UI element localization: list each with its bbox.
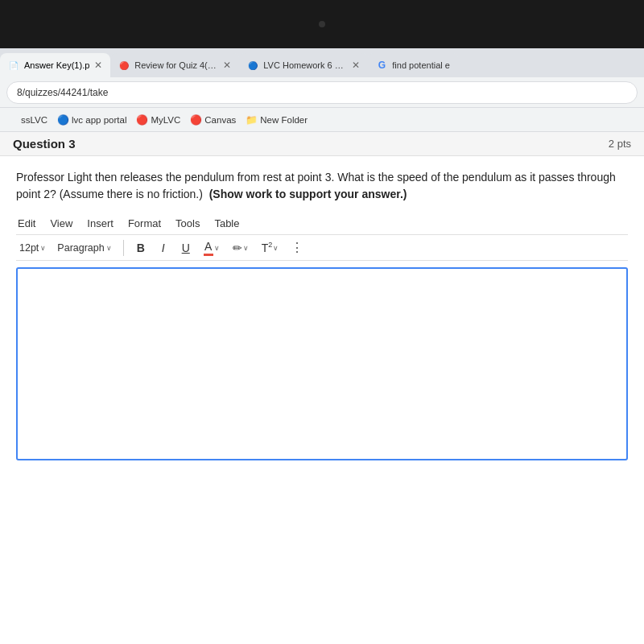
tab-review-quiz[interactable]: 🔴 Review for Quiz 4(1).docx: Gen ✕ [110,53,239,77]
address-bar-row: 8/quizzes/44241/take [0,77,644,108]
font-size-value: 12pt [19,242,39,254]
bookmark-lvc-portal[interactable]: 🔵 lvc app portal [57,114,126,126]
menu-tools[interactable]: Tools [175,217,200,229]
bookmark-label-folder: New Folder [260,115,308,125]
question-pts: 2 pts [609,138,631,150]
font-color-button[interactable]: A ∨ [200,239,224,257]
tab-favicon-1: 📄 [8,60,19,71]
question-title: Question 3 [13,137,76,151]
tab-google[interactable]: G find potential e [368,53,458,77]
question-text-bold: (Show work to support your answer.) [209,188,407,200]
italic-button[interactable]: I [155,239,172,257]
bold-label: B [137,242,145,254]
menu-view[interactable]: View [50,217,72,229]
tab-close-2[interactable]: ✕ [223,60,231,71]
tab-label-1: Answer Key(1).p [24,60,89,70]
bookmarks-bar: ssLVC 🔵 lvc app portal 🔴 MyLVC 🔴 Canvas … [0,108,644,132]
more-options-button[interactable]: ⋮ [287,238,307,257]
bookmark-label-canvas: Canvas [204,115,236,125]
superscript-label: T2 [262,241,273,254]
text-editor[interactable] [16,267,628,460]
menu-format[interactable]: Format [128,217,161,229]
editor-toolbar: 12pt ∨ Paragraph ∨ B I U A [16,234,628,261]
font-color-inner: A ∨ [204,240,220,256]
color-a-bar [204,254,213,256]
address-text: 8/quizzes/44241/take [17,87,108,98]
highlight-inner: ✏ ∨ [233,242,249,254]
color-a-container: A [204,240,213,256]
bookmark-canvas[interactable]: 🔴 Canvas [190,114,236,126]
tab-close-1[interactable]: ✕ [94,60,102,71]
italic-label: I [162,242,165,254]
bookmark-new-folder[interactable]: 📁 New Folder [246,114,308,126]
question-text: Professor Light then releases the pendul… [16,169,628,203]
underline-button[interactable]: U [177,239,195,257]
bookmark-mylvc[interactable]: 🔴 MyLVC [136,114,180,126]
question-header: Question 3 2 pts [0,132,644,156]
superscript-button[interactable]: T2 ∨ [258,239,283,257]
paragraph-value: Paragraph [57,242,104,254]
bookmark-icon-mylvc: 🔴 [136,114,147,126]
editor-menu-bar: Edit View Insert Format Tools Table [16,217,628,229]
bookmark-sslvc[interactable]: ssLVC [6,114,47,126]
bookmark-label-mylvc: MyLVC [151,115,180,125]
tab-label-3: LVC Homework 6 Solutions.pd [263,60,347,70]
bookmark-icon-lvc-portal: 🔵 [57,114,68,126]
more-icon: ⋮ [291,241,303,254]
top-bezel [0,0,644,48]
tab-favicon-2: 🔴 [118,60,130,71]
font-color-arrow: ∨ [214,244,220,252]
paragraph-dropdown[interactable]: Paragraph ∨ [54,241,114,255]
superscript-inner: T2 ∨ [262,241,279,254]
tab-favicon-4: G [376,60,387,71]
tab-close-3[interactable]: ✕ [352,60,360,71]
tab-label-2: Review for Quiz 4(1).docx: Gen [134,60,218,70]
question-body: Professor Light then releases the pendul… [0,156,644,211]
highlight-button[interactable]: ✏ ∨ [229,239,253,257]
underline-label: U [182,242,190,254]
menu-table[interactable]: Table [214,217,239,229]
color-a-letter: A [204,240,212,253]
font-size-arrow: ∨ [40,244,46,252]
tab-label-4: find potential e [392,60,450,70]
tab-homework[interactable]: 🔵 LVC Homework 6 Solutions.pd ✕ [239,53,368,77]
tab-answer-key[interactable]: 📄 Answer Key(1).p ✕ [0,53,110,77]
tab-bar: 📄 Answer Key(1).p ✕ 🔴 Review for Quiz 4(… [0,48,644,77]
superscript-arrow: ∨ [273,244,279,252]
bookmark-icon-canvas: 🔴 [190,114,201,126]
tab-favicon-3: 🔵 [247,60,258,71]
highlight-icon: ✏ [233,242,242,254]
bookmark-icon-sslvc [6,114,18,126]
menu-edit[interactable]: Edit [18,217,35,229]
bookmark-label-sslvc: ssLVC [21,115,47,125]
address-bar[interactable]: 8/quizzes/44241/take [6,81,638,104]
camera [319,21,325,27]
menu-insert[interactable]: Insert [87,217,114,229]
font-size-dropdown[interactable]: 12pt ∨ [16,241,49,255]
highlight-arrow: ∨ [243,244,249,252]
bold-button[interactable]: B [132,239,150,257]
page-content: Question 3 2 pts Professor Light then re… [0,132,644,644]
toolbar-separator-1 [123,240,124,256]
bookmark-label-lvc-portal: lvc app portal [72,115,126,125]
browser-chrome: 📄 Answer Key(1).p ✕ 🔴 Review for Quiz 4(… [0,48,644,132]
paragraph-arrow: ∨ [106,244,112,252]
bookmark-icon-folder: 📁 [246,114,257,126]
editor-container: Edit View Insert Format Tools Table 12pt… [0,211,644,460]
